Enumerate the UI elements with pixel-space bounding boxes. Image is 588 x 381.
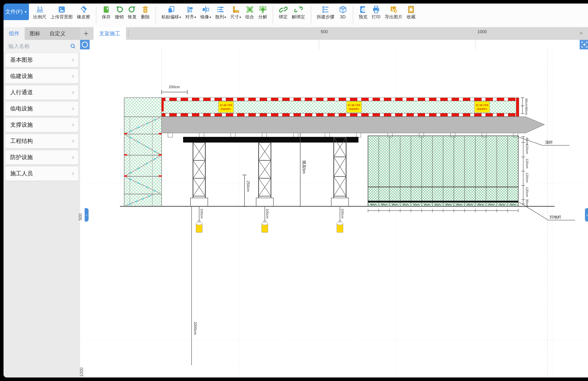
toolbar-divider	[273, 6, 273, 24]
undo-button[interactable]: 撤销	[113, 3, 126, 27]
toolbar-group-model: 拆建步骤 3D	[313, 3, 351, 27]
file-menu-button[interactable]: 文件(F) ▼	[3, 3, 29, 20]
ungroup-button[interactable]: 分解	[256, 3, 269, 27]
warning-sign[interactable]: 进入施工现场 请减速慢行	[475, 101, 490, 112]
lattice-pier-column[interactable]	[331, 137, 349, 206]
vertical-ruler: 500 1000	[80, 49, 85, 378]
overhead-safety-banner[interactable]	[162, 98, 519, 116]
scale-ruler-button[interactable]: 1:1 比例尺	[31, 3, 49, 27]
mirror-icon	[201, 5, 210, 14]
app-frame: 文件(F) ▼ 1:1 比例尺 上传背景图 橡皮擦 保存	[3, 3, 588, 378]
sweep-rod-bar	[368, 201, 518, 203]
threed-button[interactable]: 3D	[336, 3, 349, 27]
bridge-deck-girder[interactable]	[162, 117, 544, 133]
sidebar-item-protective-facilities[interactable]: 防护设施›	[5, 150, 79, 165]
sidebar-item-basic-shapes[interactable]: 基本图形›	[5, 53, 79, 67]
add-document-button[interactable]: +	[84, 29, 88, 38]
fit-view-button[interactable]	[580, 40, 588, 49]
cube-icon	[338, 5, 347, 14]
build-steps-button[interactable]: 拆建步骤	[315, 3, 336, 27]
svg-text:120cm: 120cm	[525, 172, 529, 183]
svg-text:扫地杆: 扫地杆	[549, 215, 561, 219]
sidebar-item-engineering-structure[interactable]: 工程结构›	[5, 134, 79, 148]
height-limit-line[interactable]: 限高5m	[300, 133, 306, 206]
marker-drum[interactable]	[337, 222, 343, 233]
svg-text:35cm: 35cm	[525, 199, 529, 207]
svg-text:90cm: 90cm	[467, 203, 473, 206]
dimension-250cm[interactable]: 250cm	[242, 175, 250, 206]
save-button[interactable]: 保存	[100, 3, 113, 27]
component-search[interactable]: 输入名称	[3, 40, 80, 53]
svg-text:100cm: 100cm	[265, 209, 269, 219]
ruler-label: 1000	[79, 367, 84, 377]
delete-button[interactable]: 删除	[139, 3, 152, 27]
svg-text:请减速慢行: 请减速慢行	[477, 108, 487, 110]
pier-cap-beam[interactable]	[183, 137, 358, 143]
bind-button[interactable]: 绑定	[277, 3, 290, 27]
paste-offset-button[interactable]: 粘贴偏移	[159, 3, 183, 27]
horizontal-ruler	[80, 40, 588, 50]
align-button[interactable]: 对齐	[183, 3, 198, 27]
toolbar: 文件(F) ▼ 1:1 比例尺 上传背景图 橡皮擦 保存	[3, 3, 588, 27]
scale-ruler-icon: 1:1	[36, 5, 44, 14]
file-menu-label: 文件(F)	[5, 8, 22, 15]
svg-text:1:1: 1:1	[37, 6, 42, 10]
marker-drum[interactable]	[262, 222, 268, 233]
redo-button[interactable]: 恢复	[126, 3, 139, 27]
print-button[interactable]: 打印	[370, 3, 383, 27]
search-placeholder: 输入名称	[8, 43, 70, 50]
favorite-button[interactable]: 收藏	[404, 3, 418, 27]
document-tab-bar: + 支架施工 »	[80, 27, 588, 40]
dimension-button[interactable]: 尺寸	[228, 3, 243, 27]
toolbar-group-edit: 保存 撤销 恢复 删除	[98, 3, 154, 27]
warning-sign[interactable]: 进入施工现场 请减速慢行	[218, 101, 233, 112]
svg-text:请减速慢行: 请减速慢行	[221, 108, 231, 110]
scatter-button[interactable]: 散列	[213, 3, 228, 27]
dimension-200cm[interactable]: 200cm	[162, 85, 187, 94]
unbind-button[interactable]: 解绑定	[290, 3, 307, 27]
lattice-pier-column[interactable]	[256, 143, 273, 206]
dimension-100cm: 100cm	[263, 206, 269, 221]
ruler-origin-button[interactable]	[80, 40, 90, 49]
mirror-button[interactable]: 镜像	[198, 3, 213, 27]
eraser-button[interactable]: 橡皮擦	[75, 3, 92, 27]
warning-sign[interactable]: 进入施工现场 请减速慢行	[346, 101, 362, 112]
dimension-banner-height	[521, 98, 524, 114]
scaffold-mesh-wall[interactable]: 90cm90cm90cm90cm90cm90cm90cm90cm90cm90cm…	[368, 136, 518, 206]
ruler-tick	[476, 40, 476, 49]
svg-text:90cm: 90cm	[381, 203, 387, 206]
toolbar-group-output: 预览 打印 导出图片 收藏	[355, 3, 420, 27]
svg-text:90cm: 90cm	[413, 203, 419, 206]
collapse-panel-handle[interactable]: ›	[585, 208, 588, 222]
export-image-button[interactable]: 导出图片	[383, 3, 404, 27]
sidebar-item-construction-workers[interactable]: 施工人员›	[5, 166, 79, 181]
sidebar-item-temp-facilities[interactable]: 临建设施›	[5, 69, 79, 84]
scaffold-stair-tower[interactable]	[124, 98, 162, 206]
sidebar-item-temp-power[interactable]: 临电设施›	[5, 101, 79, 116]
svg-text:120cm: 120cm	[525, 158, 529, 169]
more-tabs-icon[interactable]: »	[580, 30, 583, 37]
pier-columns[interactable]: 100cm100cm100cm	[190, 137, 349, 233]
document-tab[interactable]: 支架施工	[93, 27, 126, 40]
save-icon	[102, 5, 110, 14]
component-category-list: 基本图形› 临建设施› 人行通道› 临电设施› 支撑设施› 工程结构› 防护设施…	[3, 53, 80, 182]
svg-text:顶杆: 顶杆	[545, 140, 553, 144]
component-sidebar: 组件 图标 自定义 输入名称 基本图形› 临建设施› 人行通道› 临电设施› 支…	[3, 27, 80, 378]
marker-drum[interactable]	[196, 222, 202, 233]
svg-text:限高5m: 限高5m	[302, 161, 306, 174]
preview-button[interactable]: 预览	[357, 3, 370, 27]
group-button[interactable]: 组合	[243, 3, 256, 27]
tab-custom[interactable]: 自定义	[45, 27, 70, 40]
scatter-icon	[216, 5, 225, 14]
sidebar-item-support-facilities[interactable]: 支撑设施›	[5, 117, 79, 132]
sidebar-item-pedestrian-passage[interactable]: 人行通道›	[5, 85, 79, 100]
search-icon[interactable]	[70, 43, 76, 49]
ruler-label: 1000	[477, 29, 487, 34]
tab-icons[interactable]: 图标	[25, 27, 45, 40]
collapse-sidebar-handle[interactable]: ‹	[85, 208, 88, 222]
drawing-paper[interactable]: 200cm	[85, 49, 588, 378]
lattice-pier-column[interactable]	[190, 143, 208, 206]
tab-components[interactable]: 组件	[3, 27, 25, 40]
preview-magnifier-icon	[359, 5, 367, 14]
upload-background-button[interactable]: 上传背景图	[49, 3, 75, 27]
